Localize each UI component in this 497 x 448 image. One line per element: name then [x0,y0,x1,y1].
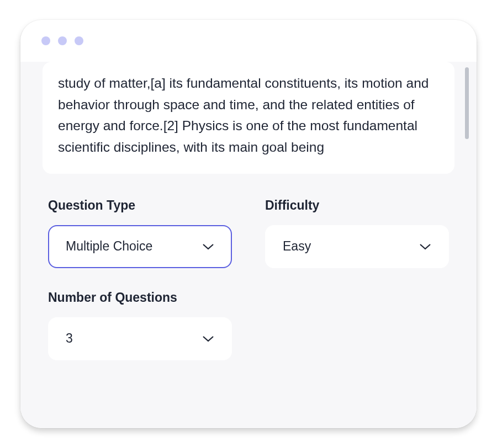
num-questions-value: 3 [66,331,73,346]
difficulty-value: Easy [283,239,311,254]
chevron-down-icon [202,243,214,250]
question-type-field: Question Type Multiple Choice [48,198,232,268]
scrollbar-thumb[interactable] [465,67,469,139]
source-text-content: study of matter,[a] its fundamental cons… [58,73,439,158]
window-dot-3 [75,36,83,45]
difficulty-field: Difficulty Easy [265,198,449,268]
app-window: study of matter,[a] its fundamental cons… [20,20,477,428]
difficulty-select[interactable]: Easy [265,225,449,268]
form-controls: Question Type Multiple Choice Difficulty… [43,198,454,360]
chevron-down-icon [419,243,431,250]
question-type-value: Multiple Choice [66,239,152,254]
num-questions-label: Number of Questions [48,290,232,305]
question-type-select[interactable]: Multiple Choice [48,225,232,268]
difficulty-label: Difficulty [265,198,449,213]
num-questions-select[interactable]: 3 [48,317,232,360]
content-area: study of matter,[a] its fundamental cons… [20,62,477,428]
num-questions-field: Number of Questions 3 [48,290,232,360]
window-dot-2 [58,36,67,45]
question-type-label: Question Type [48,198,232,213]
source-text-block: study of matter,[a] its fundamental cons… [43,62,454,174]
window-dot-1 [41,36,50,45]
window-titlebar [20,20,477,62]
chevron-down-icon [202,335,214,343]
